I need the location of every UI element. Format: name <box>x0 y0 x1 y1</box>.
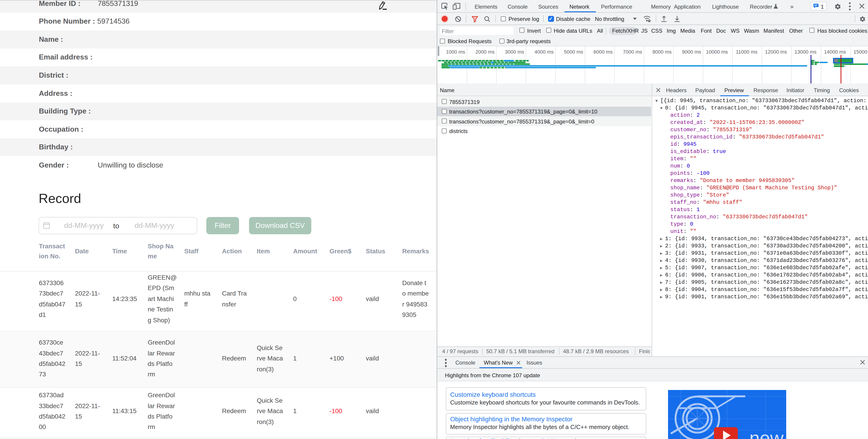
svg-text:new: new <box>749 428 783 439</box>
